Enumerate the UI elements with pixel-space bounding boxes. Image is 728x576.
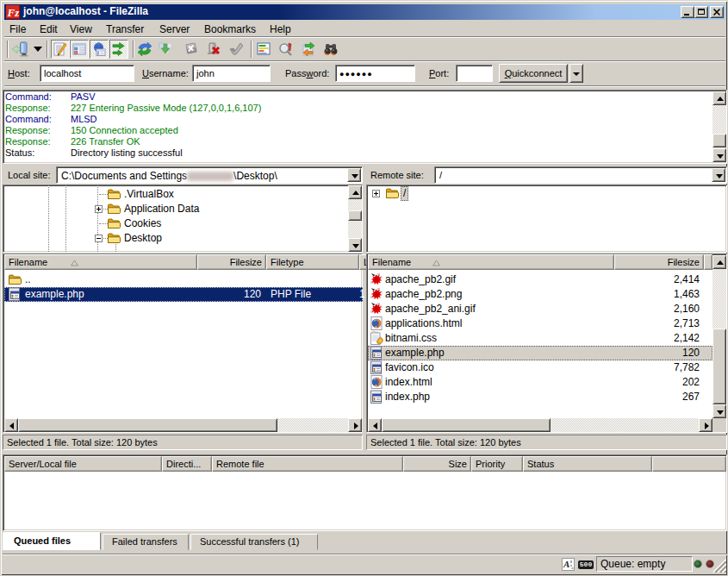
svg-text:Fz: Fz — [7, 6, 21, 19]
svg-text:A: A — [563, 559, 569, 569]
